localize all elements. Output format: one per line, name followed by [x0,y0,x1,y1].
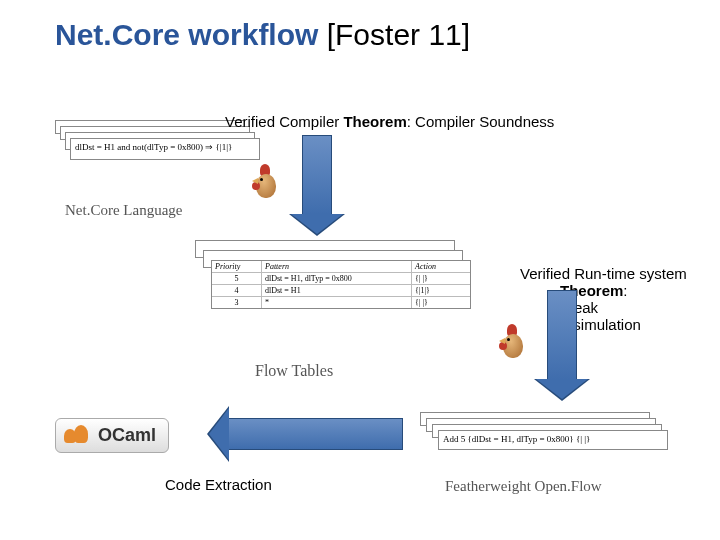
runtime-line3: Weak [520,299,687,316]
flow-table-header: Priority [212,261,262,272]
runtime-line1: Verified Run-time system [520,265,687,282]
slide-title: Net.Core workflow [Foster 11] [55,18,470,52]
netcore-language-label: Net.Core Language [65,202,182,219]
flow-table-cell: 4 [212,285,262,296]
arrow-flowtables-to-openflow [547,290,577,380]
flow-table-cell: {|1|} [412,285,468,296]
featherweight-label: Featherweight Open.Flow [445,478,602,495]
flow-table-cell: {| |} [412,273,468,284]
flow-tables-label: Flow Tables [255,362,333,380]
flow-table-cell: {| |} [412,297,468,308]
flow-table-cell: dlDst = H1 [262,285,412,296]
ocaml-badge: OCaml [55,418,169,453]
compiler-prefix: Verified Compiler [225,113,343,130]
arrow-openflow-to-ocaml [228,418,403,450]
flow-table-cell: dlDst = H1, dlTyp = 0x800 [262,273,412,284]
flow-table-header: Pattern [262,261,412,272]
flow-table-cell: * [262,297,412,308]
title-part2: [Foster 11] [318,18,470,51]
netcore-doc-front: dlDst = H1 and not(dlTyp = 0x800) ⇒ {|1|… [70,138,260,160]
openflow-doc-front: Add 5 {dlDst = H1, dlTyp = 0x800} {| |} [438,430,668,450]
runtime-theorem-label: Verified Run-time system Theorem: Weak B… [520,265,687,333]
flow-table-cell: 3 [212,297,262,308]
compiler-theorem-word: Theorem [343,113,406,130]
code-extraction-label: Code Extraction [165,476,272,493]
compiler-suffix: : Compiler Soundness [407,113,555,130]
runtime-line4: Bisimulation [520,316,687,333]
coq-icon [250,162,286,202]
flow-table-front: Priority Pattern Action 5 dlDst = H1, dl… [211,260,471,309]
flow-table-header: Action [412,261,468,272]
compiler-theorem-label: Verified Compiler Theorem: Compiler Soun… [225,113,554,130]
runtime-line2-suffix: : [623,282,627,299]
coq-icon [497,322,533,362]
flow-table-cell: 5 [212,273,262,284]
ocaml-icon [62,423,92,445]
title-part1: Net.Core workflow [55,18,318,51]
arrow-netcore-to-flowtables [302,135,332,215]
ocaml-label: OCaml [98,425,156,445]
